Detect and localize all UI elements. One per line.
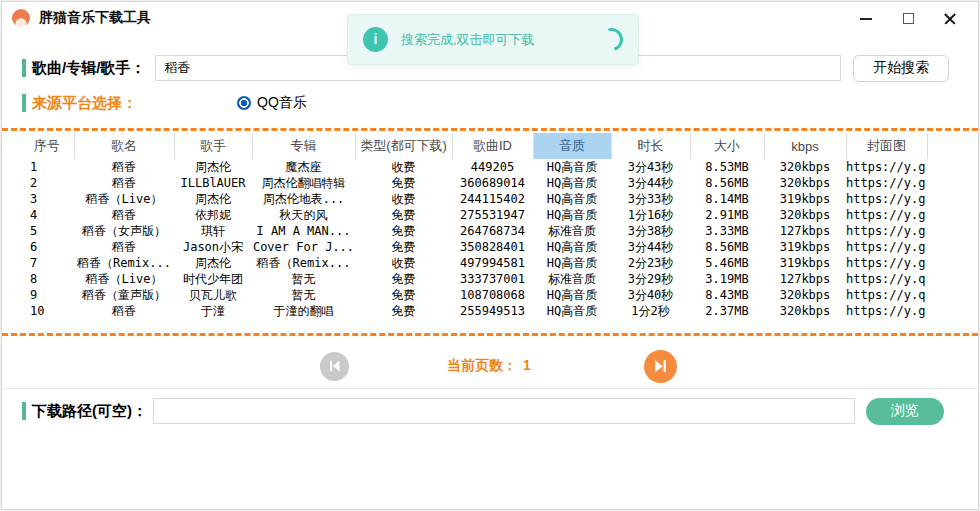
column-header[interactable]: 歌名 — [74, 133, 174, 159]
loading-spinner-icon — [596, 24, 627, 55]
table-cell: 320kbps — [764, 159, 846, 175]
table-cell: https://y.g... — [846, 303, 927, 319]
close-icon[interactable] — [944, 12, 956, 24]
start-search-button[interactable]: 开始搜索 — [853, 55, 949, 82]
dashed-divider-bottom — [2, 333, 978, 336]
table-cell — [927, 223, 964, 239]
table-cell: 2 — [20, 175, 74, 191]
table-cell: 127kbps — [764, 271, 846, 287]
column-header[interactable]: 时长 — [611, 133, 690, 159]
table-row[interactable]: 4稻香依邦妮秋天的风免费275531947HQ高音质1分16秒2.91MB320… — [20, 207, 964, 223]
maximize-icon[interactable] — [902, 12, 914, 24]
table-cell: 暂无 — [252, 287, 355, 303]
column-header[interactable]: 大小 — [690, 133, 764, 159]
table-cell: 周杰伦 — [174, 191, 252, 207]
table-cell: 3.33MB — [690, 223, 764, 239]
table-cell: ILLBlAUER — [174, 175, 252, 191]
table-cell: 稻香（Live） — [74, 271, 174, 287]
toast-notification: 搜索完成,双击即可下载 — [347, 14, 639, 65]
table-row[interactable]: 6稻香Jason小宋Cover For J...免费350828401HQ高音质… — [20, 239, 964, 255]
table-row[interactable]: 9稻香（童声版）贝瓦儿歌暂无免费108708068HQ高音质3分40秒8.43M… — [20, 287, 964, 303]
table-cell: 免费 — [355, 223, 452, 239]
column-header[interactable]: 音质 — [533, 133, 611, 159]
table-cell: https://y.q... — [846, 271, 927, 287]
table-cell: 秋天的风 — [252, 207, 355, 223]
table-cell: 127kbps — [764, 223, 846, 239]
table-cell: 依邦妮 — [174, 207, 252, 223]
table-cell: 3分40秒 — [611, 287, 690, 303]
table-cell: HQ高音质 — [533, 175, 611, 191]
table-cell — [927, 159, 964, 175]
column-header[interactable]: 序号 — [20, 133, 74, 159]
table-cell: 周杰伦地表... — [252, 191, 355, 207]
column-header[interactable]: kbps — [764, 133, 846, 159]
table-cell: 时代少年团 — [174, 271, 252, 287]
table-cell: 8.56MB — [690, 175, 764, 191]
column-header[interactable]: 歌曲ID — [452, 133, 533, 159]
minimize-icon[interactable] — [860, 12, 872, 24]
skip-next-icon — [650, 356, 670, 376]
table-cell: 3分44秒 — [611, 175, 690, 191]
table-cell: 免费 — [355, 239, 452, 255]
column-header[interactable]: 专辑 — [252, 133, 355, 159]
table-cell: 10 — [20, 303, 74, 319]
table-cell: Cover For J... — [252, 239, 355, 255]
table-cell: HQ高音质 — [533, 191, 611, 207]
current-page-label: 当前页数：1 — [447, 357, 531, 375]
table-cell: 8.56MB — [690, 239, 764, 255]
table-cell: 320kbps — [764, 303, 846, 319]
platform-radio-qq-music[interactable]: QQ音乐 — [237, 94, 307, 112]
table-row[interactable]: 5稻香（女声版）琪轩I AM A MAN...免费264768734标准音质3分… — [20, 223, 964, 239]
browse-button[interactable]: 浏览 — [866, 398, 944, 425]
table-cell: 319kbps — [764, 191, 846, 207]
table-cell: 周杰伦翻唱特辑 — [252, 175, 355, 191]
table-cell: 6 — [20, 239, 74, 255]
download-path-input[interactable] — [153, 398, 855, 424]
table-cell: 8.53MB — [690, 159, 764, 175]
column-header[interactable]: 歌手 — [174, 133, 252, 159]
page-label-text: 当前页数： — [447, 357, 517, 373]
previous-page-button[interactable] — [320, 352, 349, 381]
table-cell: https://y.g... — [846, 191, 927, 207]
table-cell: 收费 — [355, 191, 452, 207]
next-page-button[interactable] — [644, 350, 677, 383]
table-cell: 免费 — [355, 175, 452, 191]
table-row[interactable]: 1稻香周杰伦魔杰座收费449205HQ高音质3分43秒8.53MB320kbps… — [20, 159, 964, 175]
table-cell: 免费 — [355, 287, 452, 303]
table-cell: 2分23秒 — [611, 255, 690, 271]
table-cell: 3分33秒 — [611, 191, 690, 207]
table-cell: https://y.g... — [846, 255, 927, 271]
column-header[interactable]: 类型(都可下载) — [355, 133, 452, 159]
table-cell: 周杰伦 — [174, 255, 252, 271]
table-cell: 2.91MB — [690, 207, 764, 223]
table-cell: https://y.g... — [846, 159, 927, 175]
window-title: 胖猫音乐下载工具 — [39, 9, 151, 27]
label-accent-bar — [22, 59, 26, 77]
platform-option-label: QQ音乐 — [257, 94, 307, 112]
table-cell: 收费 — [355, 255, 452, 271]
table-cell: 稻香 — [74, 207, 174, 223]
table-row[interactable]: 3稻香（Live）周杰伦周杰伦地表...收费244115402HQ高音质3分33… — [20, 191, 964, 207]
table-cell — [927, 239, 964, 255]
table-row[interactable]: 10稻香于潼于潼的翻唱免费255949513HQ高音质1分2秒2.37MB320… — [20, 303, 964, 319]
table-cell — [927, 287, 964, 303]
platform-row: 来源平台选择： QQ音乐 — [22, 91, 960, 115]
table-cell: 2.37MB — [690, 303, 764, 319]
table-cell: 350828401 — [452, 239, 533, 255]
table-row[interactable]: 8稻香（Live）时代少年团暂无免费333737001标准音质3分29秒3.19… — [20, 271, 964, 287]
table-row[interactable]: 7稻香（Remix...周杰伦稻香（Remix...收费497994581HQ高… — [20, 255, 964, 271]
app-icon — [12, 9, 30, 27]
table-cell: 免费 — [355, 207, 452, 223]
radio-selected-icon[interactable] — [237, 96, 251, 110]
table-cell: 3分29秒 — [611, 271, 690, 287]
pagination: 当前页数：1 — [2, 346, 978, 386]
table-row[interactable]: 2稻香ILLBlAUER周杰伦翻唱特辑免费360689014HQ高音质3分44秒… — [20, 175, 964, 191]
table-cell: 3分44秒 — [611, 239, 690, 255]
page-number: 1 — [523, 357, 531, 373]
column-header[interactable]: 封面图 — [846, 133, 927, 159]
table-cell: 标准音质 — [533, 223, 611, 239]
table-cell: 264768734 — [452, 223, 533, 239]
table-cell: https://y.g... — [846, 239, 927, 255]
table-cell: 暂无 — [252, 271, 355, 287]
column-header[interactable] — [927, 133, 964, 159]
